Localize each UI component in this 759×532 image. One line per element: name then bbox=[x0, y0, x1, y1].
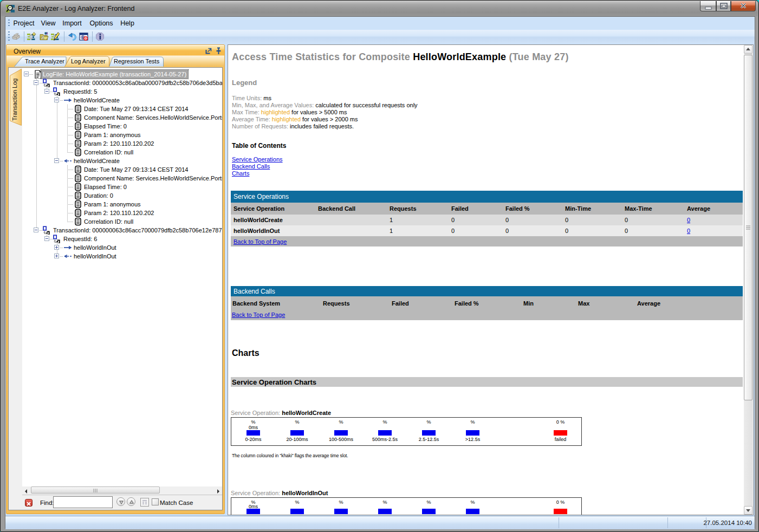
svg-text:2: 2 bbox=[29, 34, 33, 40]
svg-text:2: 2 bbox=[42, 34, 44, 40]
